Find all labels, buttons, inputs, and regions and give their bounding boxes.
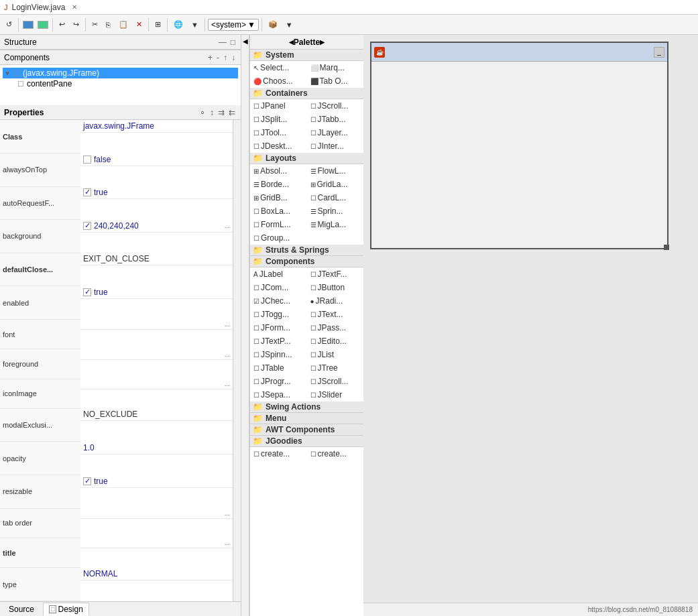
palette-item[interactable]: ☰Borde...	[250, 178, 307, 191]
palette-category[interactable]: 📁JGoodies	[250, 436, 363, 447]
pkg-btn[interactable]: 📦	[265, 18, 281, 31]
palette-item[interactable]: ☰FlowL...	[307, 164, 364, 178]
prop-value-cell[interactable]: true	[80, 186, 233, 199]
properties-btn-3[interactable]: ⇉	[217, 108, 226, 117]
refresh-btn[interactable]: ↺	[3, 18, 15, 31]
palette-item[interactable]: ☐JLayer...	[307, 126, 364, 139]
palette-item[interactable]: ☐JSpinn...	[250, 348, 307, 361]
palette-item[interactable]: ↖Select...	[250, 61, 307, 74]
components-remove-btn[interactable]: -	[215, 53, 221, 62]
palette-category[interactable]: 📁Struts & Springs	[250, 245, 363, 256]
prop-checkbox[interactable]	[83, 288, 91, 296]
palette-item[interactable]: ☐JTabb...	[307, 113, 364, 126]
properties-btn-2[interactable]: ↕	[209, 108, 215, 117]
palette-item[interactable]: ☰Sprin...	[307, 204, 364, 218]
globe-btn[interactable]: 🌐	[170, 18, 186, 31]
palette-item[interactable]: ☐JTool...	[250, 126, 307, 139]
tree-item-jframe[interactable]: ▼ ☐ (javax.swing.JFrame)	[3, 68, 238, 78]
palette-category[interactable]: 📁AWT Components	[250, 424, 363, 436]
palette-item[interactable]: ☐FormL...	[250, 218, 307, 231]
prop-checkbox[interactable]	[83, 477, 91, 485]
undo-btn[interactable]: ↩	[56, 18, 68, 31]
pkg-dropdown-btn[interactable]: ▼	[282, 19, 296, 31]
copy-btn[interactable]: ⎘	[103, 19, 114, 31]
prop-value-cell[interactable]: 1.0	[80, 442, 233, 454]
palette-item[interactable]: ⊞GridB...	[250, 191, 307, 204]
prop-value-cell[interactable]: EXIT_ON_CLOSE	[80, 253, 233, 265]
properties-scrollbar[interactable]	[233, 120, 241, 601]
prop-checkbox[interactable]	[83, 156, 91, 164]
palette-item[interactable]: ☐JDeskt...	[250, 139, 307, 153]
prop-value-cell[interactable]: ...	[80, 319, 233, 330]
prop-dots-btn[interactable]: ...	[225, 539, 230, 546]
prop-value-cell[interactable]: NORMAL	[80, 568, 233, 580]
system-dropdown[interactable]: <system> ▼	[208, 19, 259, 31]
components-down-btn[interactable]: ↓	[230, 53, 237, 62]
resize-handle[interactable]	[664, 245, 669, 250]
redo-btn[interactable]: ↪	[70, 18, 82, 31]
palette-item[interactable]: ☐create...	[250, 447, 307, 460]
palette-item[interactable]: ☐create...	[307, 447, 364, 460]
palette-item[interactable]: ⊞Absol...	[250, 164, 307, 178]
palette-item[interactable]: ☐JEdito...	[307, 334, 364, 348]
image-btn-1[interactable]	[21, 19, 35, 30]
palette-item[interactable]: ☐JInter...	[307, 139, 364, 153]
palette-item[interactable]: ☐JTextP...	[250, 334, 307, 348]
prop-value-cell[interactable]: javax.swing.JFrame	[80, 120, 233, 133]
globe-dropdown-btn[interactable]: ▼	[188, 19, 202, 31]
prop-dots-btn[interactable]: ...	[225, 351, 230, 358]
palette-item[interactable]: ☐JTree	[307, 361, 364, 375]
palette-item[interactable]: ☐JProgr...	[250, 375, 307, 388]
palette-item[interactable]: ☐JSlider	[307, 388, 364, 402]
palette-item[interactable]: ☐JSplit...	[250, 113, 307, 126]
tab-close-icon[interactable]: ✕	[72, 3, 77, 11]
properties-btn-1[interactable]: ⚬	[198, 108, 207, 117]
palette-item[interactable]: ⬜Marq...	[307, 61, 364, 74]
paste-btn[interactable]: 📋	[115, 18, 131, 31]
jframe-close-btn[interactable]: _	[654, 47, 664, 58]
palette-item[interactable]: ●JRadi...	[307, 294, 364, 308]
palette-collapse-btn[interactable]: ◀	[241, 35, 249, 616]
structure-expand-btn[interactable]: □	[229, 38, 237, 47]
palette-item[interactable]: ☐JPanel	[250, 99, 307, 113]
palette-item[interactable]: ☐JScroll...	[307, 99, 364, 113]
components-up-btn[interactable]: ↑	[222, 53, 229, 62]
palette-item[interactable]: 🔴Choos...	[250, 74, 307, 88]
tree-item-contentpane[interactable]: ☐ contentPane	[16, 78, 238, 89]
palette-item[interactable]: ☰MigLa...	[307, 218, 364, 231]
prop-dots-btn[interactable]: ...	[225, 222, 230, 229]
cut-btn[interactable]: ✂	[89, 18, 101, 31]
prop-value-cell[interactable]: ...	[80, 379, 233, 389]
palette-item[interactable]: ☐JButton	[307, 281, 364, 294]
palette-item[interactable]: ☑JChec...	[250, 294, 307, 308]
palette-item[interactable]: ⬛Tab O...	[307, 74, 364, 88]
palette-category[interactable]: 📁Menu	[250, 413, 363, 424]
prop-value-cell[interactable]: ...	[80, 349, 233, 360]
palette-item[interactable]: ☐JText...	[307, 308, 364, 321]
delete-btn[interactable]: ✕	[133, 18, 146, 31]
prop-checkbox[interactable]	[83, 188, 91, 196]
palette-item[interactable]: AJLabel	[250, 267, 307, 281]
palette-item[interactable]: ☐CardL...	[307, 191, 364, 204]
prop-value-cell[interactable]: NO_EXCLUDE	[80, 408, 233, 421]
palette-category[interactable]: 📁System	[250, 50, 363, 61]
palette-category[interactable]: 📁Layouts	[250, 153, 363, 164]
palette-item[interactable]: ☐JForm...	[250, 321, 307, 334]
palette-category[interactable]: 📁Swing Actions	[250, 402, 363, 413]
structure-collapse-btn[interactable]: —	[217, 38, 228, 47]
palette-item[interactable]: ☐JScroll...	[307, 375, 364, 388]
prop-value-cell[interactable]: 240,240,240...	[80, 220, 233, 233]
prop-value-cell[interactable]: ...	[80, 538, 233, 548]
palette-category[interactable]: 📁Components	[250, 256, 363, 267]
components-add-btn[interactable]: +	[207, 53, 214, 62]
prop-value-cell[interactable]: false	[80, 153, 233, 166]
palette-item[interactable]: ☐Group...	[250, 231, 307, 245]
canvas-area[interactable]: ☕ _	[363, 35, 698, 603]
prop-dots-btn[interactable]: ...	[225, 320, 230, 328]
palette-item[interactable]: ☐JCom...	[250, 281, 307, 294]
prop-value-cell[interactable]: true	[80, 475, 233, 488]
prop-dots-btn[interactable]: ...	[225, 509, 230, 517]
palette-item[interactable]: ☐JPass...	[307, 321, 364, 334]
palette-item[interactable]: ☐JList	[307, 348, 364, 361]
tab-source[interactable]: Source	[3, 603, 40, 616]
